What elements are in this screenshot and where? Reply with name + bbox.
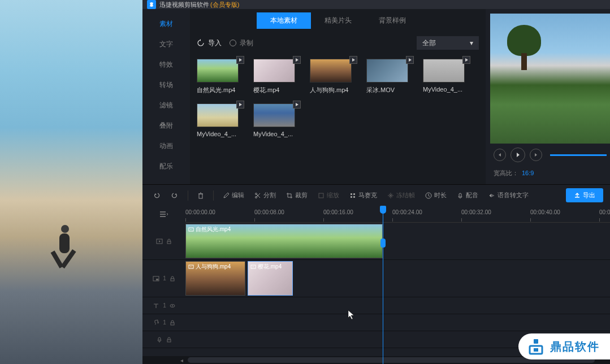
filter-dropdown[interactable]: 全部 ▾ bbox=[417, 36, 479, 50]
aspect-label: 宽高比： bbox=[494, 169, 518, 177]
svg-rect-4 bbox=[351, 193, 352, 195]
timeline-ruler[interactable]: 00:00:00.00 00:00:08.00 00:00:16.00 00:0… bbox=[185, 206, 610, 223]
lock-icon[interactable] bbox=[170, 276, 175, 281]
app-title: 迅捷视频剪辑软件 bbox=[159, 1, 209, 9]
asset-item[interactable]: 采冰.MOV bbox=[366, 59, 415, 94]
import-icon bbox=[197, 39, 205, 47]
svg-rect-23 bbox=[534, 339, 538, 344]
timeline-clip[interactable]: 人与狗狗.mp4 bbox=[185, 261, 245, 296]
sidebar-item-overlay[interactable]: 叠附 bbox=[142, 115, 190, 136]
asset-item[interactable]: MyVideo_4_... bbox=[423, 59, 471, 94]
track-head-text: 1 bbox=[142, 297, 185, 314]
sidebar-item-transition[interactable]: 转场 bbox=[142, 75, 190, 95]
asset-tab-local[interactable]: 本地素材 bbox=[257, 12, 311, 29]
scissors-icon bbox=[254, 192, 261, 199]
asset-item[interactable]: MyVideo_4_... bbox=[253, 103, 302, 137]
export-icon bbox=[574, 192, 581, 199]
clock-icon bbox=[425, 192, 432, 199]
asset-item[interactable]: 樱花.mp4 bbox=[253, 59, 302, 94]
track-head-video2: 1 bbox=[142, 260, 185, 297]
app-icon bbox=[147, 0, 156, 9]
dub-button[interactable]: 配音 bbox=[453, 189, 482, 202]
svg-rect-3 bbox=[319, 193, 323, 198]
import-button[interactable]: 导入 bbox=[197, 38, 222, 48]
crop-button[interactable]: 裁剪 bbox=[283, 189, 311, 202]
snowflake-icon bbox=[387, 192, 394, 199]
mosaic-button[interactable]: 马赛克 bbox=[346, 189, 380, 202]
play-badge-icon bbox=[236, 56, 244, 64]
pip-track-icon bbox=[153, 275, 159, 282]
play-badge-icon bbox=[236, 101, 244, 109]
sidebar-item-text[interactable]: 文字 bbox=[142, 34, 190, 54]
next-frame-button[interactable] bbox=[530, 149, 542, 161]
filter-label: 全部 bbox=[422, 38, 436, 48]
asset-name: 人与狗狗.mp4 bbox=[310, 86, 358, 94]
asset-item[interactable]: 人与狗狗.mp4 bbox=[310, 59, 358, 94]
split-button[interactable]: 分割 bbox=[251, 189, 279, 202]
preview-video[interactable] bbox=[490, 14, 610, 144]
sidebar-item-asset[interactable]: 素材 bbox=[142, 14, 190, 34]
play-badge-icon bbox=[349, 56, 357, 64]
sidebar-item-effect[interactable]: 特效 bbox=[142, 54, 190, 75]
svg-point-19 bbox=[172, 305, 173, 306]
preview-panel: 宽高比： 16:9 bbox=[486, 9, 610, 184]
svg-rect-15 bbox=[171, 279, 174, 281]
export-button[interactable]: 导出 bbox=[566, 188, 603, 202]
lock-icon[interactable] bbox=[170, 320, 175, 326]
asset-item[interactable]: MyVideo_4_... bbox=[197, 103, 245, 137]
record-icon bbox=[230, 40, 236, 46]
timeline-clip[interactable]: 自然风光.mp4 bbox=[185, 224, 383, 258]
svg-rect-20 bbox=[171, 323, 174, 325]
eye-icon[interactable] bbox=[170, 303, 175, 309]
track-menu-icon[interactable] bbox=[159, 210, 169, 218]
svg-rect-25 bbox=[534, 348, 538, 352]
aspect-value: 16:9 bbox=[522, 170, 534, 176]
pencil-icon bbox=[223, 192, 230, 199]
asset-panel: 本地素材 精美片头 背景样例 导入 录制 全部 ▾ bbox=[190, 9, 486, 184]
play-badge-icon bbox=[293, 101, 301, 109]
asset-tab-bg[interactable]: 背景样例 bbox=[365, 12, 419, 29]
watermark: 鼎品软件 bbox=[518, 333, 610, 359]
stt-button[interactable]: 语音转文字 bbox=[485, 189, 532, 202]
app-title-suffix: (会员专版) bbox=[210, 1, 239, 9]
import-label: 导入 bbox=[208, 38, 222, 48]
duration-button[interactable]: 时长 bbox=[422, 189, 450, 202]
svg-rect-11 bbox=[167, 241, 171, 244]
svg-rect-6 bbox=[351, 196, 352, 198]
sidebar: 素材 文字 特效 转场 滤镜 叠附 动画 配乐 bbox=[142, 9, 190, 184]
track-head-video1 bbox=[142, 223, 185, 259]
timeline-clip[interactable]: 樱花.mp4 bbox=[248, 261, 293, 296]
lock-icon[interactable] bbox=[166, 337, 172, 343]
edit-button[interactable]: 编辑 bbox=[219, 189, 248, 202]
timeline-toolbar: 编辑 分割 裁剪 缩放 马赛克 冻结帧 时长 配音 语音转文字 导出 bbox=[142, 184, 610, 206]
record-button[interactable]: 录制 bbox=[230, 38, 253, 48]
freeze-button[interactable]: 冻结帧 bbox=[384, 189, 418, 202]
mic-icon bbox=[457, 192, 464, 199]
asset-name: 樱花.mp4 bbox=[253, 86, 302, 94]
sidebar-item-music[interactable]: 配乐 bbox=[142, 156, 190, 176]
delete-button[interactable] bbox=[194, 190, 207, 201]
undo-button[interactable] bbox=[149, 189, 164, 202]
redo-button[interactable] bbox=[167, 189, 182, 202]
svg-rect-5 bbox=[353, 193, 355, 195]
playhead[interactable] bbox=[383, 209, 383, 364]
svg-rect-14 bbox=[156, 279, 158, 280]
svg-rect-21 bbox=[158, 337, 161, 340]
prev-frame-button[interactable] bbox=[494, 149, 506, 161]
asset-tab-titles[interactable]: 精美片头 bbox=[311, 12, 365, 29]
mosaic-icon bbox=[349, 192, 356, 199]
mic-track-icon bbox=[156, 336, 163, 343]
asset-name: MyVideo_4_... bbox=[253, 131, 302, 137]
progress-bar[interactable] bbox=[550, 154, 607, 156]
asset-name: 采冰.MOV bbox=[366, 86, 415, 94]
svg-rect-9 bbox=[459, 193, 461, 197]
sidebar-item-filter[interactable]: 滤镜 bbox=[142, 95, 190, 115]
crop-icon bbox=[286, 192, 293, 199]
asset-item[interactable]: 自然风光.mp4 bbox=[197, 59, 245, 94]
sidebar-item-animation[interactable]: 动画 bbox=[142, 136, 190, 156]
svg-rect-0 bbox=[199, 194, 202, 198]
lock-icon[interactable] bbox=[166, 239, 172, 244]
svg-rect-7 bbox=[353, 196, 355, 198]
zoom-button[interactable]: 缩放 bbox=[314, 189, 343, 202]
play-button[interactable] bbox=[511, 148, 525, 162]
